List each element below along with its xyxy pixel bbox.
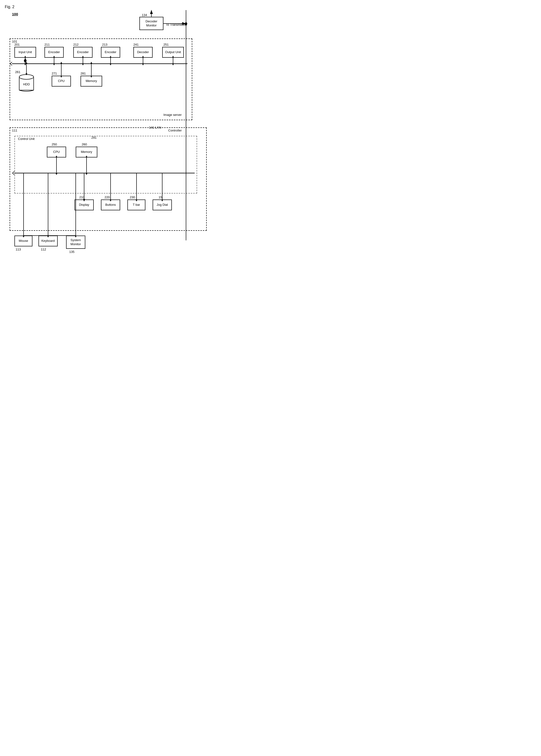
mouse-box: Mouse	[14, 236, 32, 246]
output-unit-label: Output Unit	[165, 50, 181, 54]
keyboard-id: 112	[41, 248, 46, 251]
control-unit-label: Control Unit	[18, 137, 35, 141]
memory-image-label: Memory	[86, 79, 97, 83]
jog-dial-label: Jog Dial	[157, 203, 168, 207]
tbar-box: T bar	[127, 200, 145, 210]
fig-label: Fig. 2	[5, 5, 14, 9]
encoder3-id: 213	[102, 43, 107, 46]
encoder3-box: Encoder	[101, 47, 120, 58]
system-monitor-id: 135	[69, 250, 75, 254]
display-id: 210	[79, 196, 85, 199]
memory-control-id: 260	[82, 143, 87, 146]
control-unit-container	[14, 136, 197, 194]
to-transmitter-label: To Transmitter	[166, 23, 186, 26]
input-unit-id: 201	[14, 43, 20, 46]
hdd-id: 261	[15, 70, 20, 74]
cpu-image-label: CPU	[58, 79, 64, 83]
jog-dial-id: 15	[159, 196, 162, 199]
display-box: Display	[75, 200, 94, 210]
buttons-id: 220	[105, 196, 110, 199]
hdd-cylinder-svg: HDD	[18, 73, 35, 94]
mouse-id: 113	[16, 248, 21, 251]
memory-control-label: Memory	[81, 150, 92, 154]
display-label: Display	[79, 203, 89, 207]
keyboard-box: Keyboard	[38, 236, 58, 246]
tbar-label: T bar	[133, 203, 140, 207]
input-unit-label: Input Unit	[19, 50, 32, 54]
system-monitor-label: SystemMonitor	[70, 238, 81, 246]
encoder2-id: 212	[73, 43, 79, 46]
cpu-image-id: 271	[52, 72, 57, 75]
decoder-label: Decoder	[137, 50, 149, 54]
keyboard-label: Keyboard	[41, 239, 55, 243]
encoder3-label: Encoder	[105, 50, 116, 54]
memory-control-box: Memory	[76, 147, 97, 158]
cpu-control-id: 250	[52, 143, 57, 146]
image-server-label: Image server	[164, 113, 182, 117]
output-unit-box: Output Unit	[162, 47, 184, 58]
diagram: Fig. 2 100 DecoderMonitor 134 To Transmi…	[5, 5, 212, 298]
svg-text:HDD: HDD	[23, 82, 30, 86]
dot-connector	[185, 24, 187, 25]
input-unit-box: Input Unit	[14, 47, 36, 58]
decoder-box: Decoder	[133, 47, 153, 58]
decoder-id: 241	[133, 43, 139, 46]
buttons-label: Buttons	[105, 203, 116, 207]
decoder-monitor-id: 134	[142, 13, 147, 17]
mouse-label: Mouse	[19, 239, 28, 243]
hdd-shape: HDD	[18, 73, 35, 94]
tbar-id: 230	[130, 196, 135, 199]
output-unit-id: 251	[164, 43, 169, 46]
svg-point-1	[19, 75, 34, 79]
control-unit-ref-291: 291	[91, 136, 97, 139]
cpu-control-label: CPU	[53, 150, 60, 154]
jog-dial-box: Jog Dial	[153, 200, 172, 210]
encoder2-label: Encoder	[77, 50, 89, 54]
encoder1-box: Encoder	[44, 47, 64, 58]
buttons-box: Buttons	[101, 200, 120, 210]
system-monitor-box: SystemMonitor	[66, 236, 85, 249]
encoder1-label: Encoder	[48, 50, 60, 54]
cpu-control-box: CPU	[47, 147, 66, 158]
encoder1-id: 211	[44, 43, 50, 46]
cpu-image-box: CPU	[52, 76, 71, 87]
controller-ref-111: 111	[12, 129, 17, 132]
memory-image-id: 281	[81, 72, 86, 75]
controller-label: Controller	[168, 129, 182, 132]
memory-image-box: Memory	[81, 76, 102, 87]
encoder2-box: Encoder	[73, 47, 93, 58]
decoder-monitor-label: DecoderMonitor	[145, 19, 157, 28]
system-label: 100	[12, 12, 18, 16]
lan-label: 141 LAN	[149, 126, 161, 129]
decoder-monitor-box: DecoderMonitor	[139, 17, 164, 30]
